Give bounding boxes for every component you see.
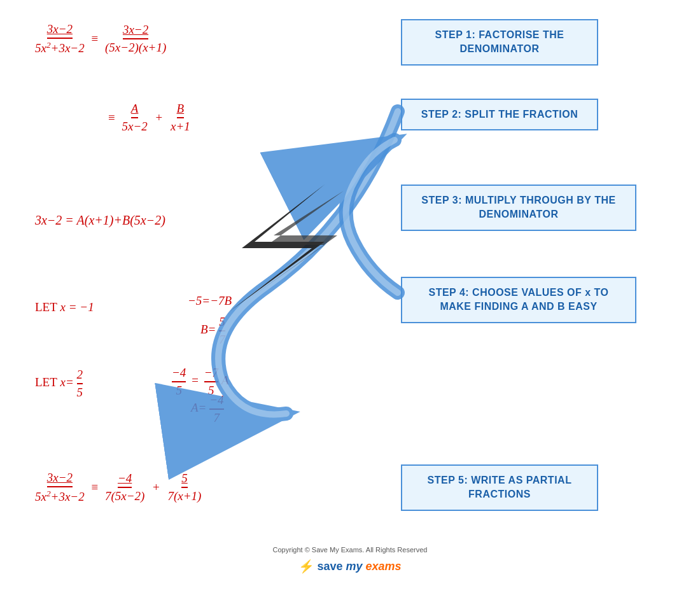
step1-label: STEP 1: FACTORISE THE DENOMINATOR <box>435 29 564 54</box>
step2-label: STEP 2: SPLIT THE FRACTION <box>421 109 578 120</box>
step4-box: STEP 4: CHOOSE VALUES OF x TO MAKE FINDI… <box>401 277 636 323</box>
svg-marker-2 <box>229 185 325 312</box>
svg-marker-3 <box>248 191 344 299</box>
math-block-3: 3x−2 = A(x+1)+B(5x−2) <box>35 213 165 228</box>
brand-save: save <box>317 560 342 573</box>
brand-bolt-icon: ⚡ <box>298 559 314 574</box>
step4-label: STEP 4: CHOOSE VALUES OF x TO MAKE FINDI… <box>429 287 609 312</box>
step5-box: STEP 5: WRITE AS PARTIAL FRACTIONS <box>401 464 598 511</box>
step5-label: STEP 5: WRITE AS PARTIAL FRACTIONS <box>428 475 572 499</box>
brand-exams: exams <box>366 560 402 573</box>
math-block-4a: LET x = −1 <box>35 300 94 314</box>
math-block-5a: LET x= 2 5 <box>35 368 83 400</box>
step3-label: STEP 3: MULTIPLY THROUGH BY THE DENOMINA… <box>421 195 615 220</box>
copyright-text: Copyright © Save My Exams. All Rights Re… <box>0 546 700 554</box>
math-block-2: ≡ A 5x−2 + B x+1 <box>108 102 190 134</box>
math-block-6: 3x−2 5x2+3x−2 ≡ −4 7(5x−2) + 5 7(x+1) <box>35 471 201 504</box>
step3-box: STEP 3: MULTIPLY THROUGH BY THE DENOMINA… <box>401 185 636 231</box>
brand-name: save my exams <box>317 560 401 573</box>
math-block-4c: B= 5 7 <box>200 315 225 347</box>
page-container: STEP 1: FACTORISE THE DENOMINATOR STEP 2… <box>0 0 700 593</box>
brand-logo: ⚡ save my exams <box>0 559 700 574</box>
step2-box: STEP 2: SPLIT THE FRACTION <box>401 99 598 130</box>
math-block-4b: −5=−7B <box>188 294 232 308</box>
step1-box: STEP 1: FACTORISE THE DENOMINATOR <box>401 19 598 66</box>
brand-my: my <box>346 560 362 573</box>
math-block-1: 3x−2 5x2+3x−2 ≡ 3x−2 (5x−2)(x+1) <box>35 22 166 55</box>
math-block-5c: A= −4 7 <box>191 393 224 425</box>
footer: Copyright © Save My Exams. All Rights Re… <box>0 546 700 574</box>
